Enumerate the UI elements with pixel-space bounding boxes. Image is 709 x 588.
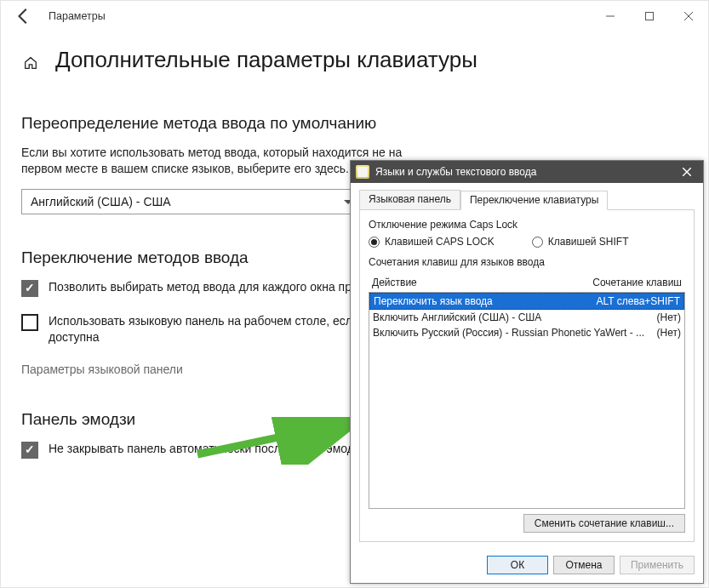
col-combo: Сочетание клавиш	[592, 277, 682, 288]
tab-langbar[interactable]: Языковая панель	[359, 190, 460, 209]
settings-titlebar: Параметры	[1, 1, 708, 31]
radio-shift[interactable]: Клавишей SHIFT	[532, 236, 629, 248]
apply-button[interactable]: Применить	[620, 556, 695, 574]
hotkey-row[interactable]: Переключить язык ввода ALT слева+SHIFT	[369, 293, 684, 310]
override-heading: Переопределение метода ввода по умолчани…	[21, 114, 688, 133]
langbar-checkbox[interactable]	[21, 314, 38, 331]
page-title: Дополнительные параметры клавиатуры	[55, 47, 477, 73]
default-ime-combo[interactable]: Английский (США) - США	[21, 189, 362, 214]
tab-keyboard-switch[interactable]: Переключение клавиатуры	[460, 191, 608, 210]
col-action: Действие	[372, 277, 417, 288]
dialog-buttons: ОК Отмена Применить	[351, 549, 703, 583]
emoji-close-label: Не закрывать панель автоматически после …	[49, 441, 366, 457]
hotkey-combo: ALT слева+SHIFT	[592, 295, 681, 307]
tab-panel: Отключение режима Caps Lock Клавишей CAP…	[359, 210, 695, 542]
maximize-icon[interactable]	[630, 1, 669, 31]
radio-caps-lock[interactable]: Клавишей CAPS LOCK	[369, 236, 495, 248]
capslock-group-title: Отключение режима Caps Lock	[369, 219, 685, 231]
radio-shift-dot	[532, 237, 543, 248]
capslock-group: Отключение режима Caps Lock Клавишей CAP…	[369, 219, 685, 248]
dialog-title: Языки и службы текстового ввода	[375, 166, 536, 178]
hotkey-row[interactable]: Включить Русский (Россия) - Russian Phon…	[369, 325, 684, 340]
window-title: Параметры	[49, 10, 106, 22]
close-icon[interactable]	[669, 1, 708, 31]
hotkeys-group-title: Сочетания клавиш для языков ввода	[369, 256, 685, 268]
radio-shift-label: Клавишей SHIFT	[548, 236, 629, 248]
hotkey-action: Переключить язык ввода	[374, 295, 592, 307]
ok-button[interactable]: ОК	[487, 556, 548, 574]
default-ime-value: Английский (США) - США	[31, 195, 171, 208]
hotkey-action: Включить Русский (Россия) - Russian Phon…	[373, 327, 652, 339]
dialog-titlebar[interactable]: Языки и службы текстового ввода	[351, 161, 703, 183]
settings-header: Дополнительные параметры клавиатуры	[1, 31, 708, 80]
emoji-close-checkbox[interactable]	[21, 442, 38, 459]
hotkey-combo: (Нет)	[652, 327, 681, 339]
hotkeys-header: Действие Сочетание клавиш	[369, 273, 685, 292]
hotkey-combo: (Нет)	[652, 311, 681, 323]
window-controls	[591, 1, 708, 31]
hotkey-action: Включить Английский (США) - США	[373, 311, 652, 323]
minimize-icon[interactable]	[591, 1, 630, 31]
radio-caps-dot	[369, 237, 380, 248]
cancel-button[interactable]: Отмена	[553, 556, 615, 574]
svg-rect-1	[646, 13, 654, 20]
dialog-tabs: Языковая панель Переключение клавиатуры	[359, 190, 695, 210]
hotkeys-group: Сочетания клавиш для языков ввода Действ…	[369, 256, 685, 533]
dialog-close-icon[interactable]	[671, 161, 703, 183]
change-hotkey-button[interactable]: Сменить сочетание клавиш...	[523, 514, 685, 533]
hotkey-row[interactable]: Включить Английский (США) - США (Нет)	[369, 310, 684, 325]
back-icon[interactable]	[14, 7, 33, 26]
home-icon[interactable]	[21, 54, 40, 72]
keyboard-icon	[356, 165, 369, 179]
per-app-checkbox[interactable]	[21, 280, 38, 297]
hotkeys-list[interactable]: Переключить язык ввода ALT слева+SHIFT В…	[369, 292, 685, 509]
text-services-dialog: Языки и службы текстового ввода Языковая…	[350, 160, 704, 584]
radio-caps-label: Клавишей CAPS LOCK	[385, 236, 495, 248]
dialog-body: Языковая панель Переключение клавиатуры …	[351, 183, 703, 549]
